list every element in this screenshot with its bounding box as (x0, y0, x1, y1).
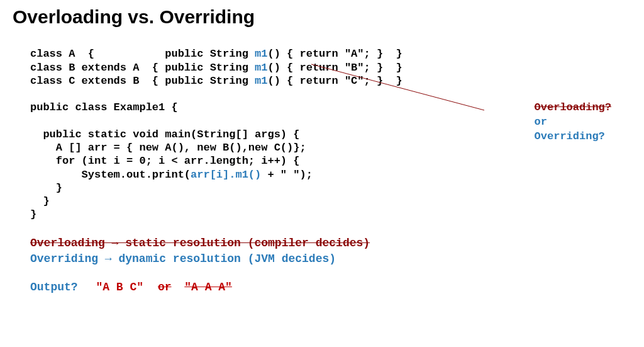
annotation-or: or (535, 115, 611, 130)
method-m1-a: m1 (255, 48, 267, 60)
method-m1-b: m1 (255, 62, 267, 74)
annotation-overloading-struck: Overloading? (535, 101, 611, 115)
code-line-10: } (30, 195, 50, 207)
resolution-overriding: Overriding → dynamic resolution (JVM dec… (30, 251, 631, 267)
resolution-explanation: Overloading → static resolution (compile… (30, 236, 631, 267)
method-call-expression: arr[i].m1() (191, 169, 261, 181)
code-line-1: class A { public String m1() { return "A… (30, 48, 402, 60)
output-or-struck: or (158, 281, 172, 293)
resolution-overloading-struck: Overloading → static resolution (compile… (30, 236, 631, 251)
code-line-5: public static void main(String[] args) { (30, 128, 299, 140)
code-line-2: class B extends A { public String m1() {… (30, 62, 402, 74)
output-label: Output? (30, 281, 78, 293)
annotation-overriding: Overriding? (535, 130, 611, 144)
code-line-9: } (30, 182, 62, 194)
code-line-8: System.out.print(arr[i].m1() + " "); (30, 169, 313, 181)
code-line-11: } (30, 208, 36, 220)
slide-title: Overloading vs. Overriding (13, 6, 631, 28)
output-answer-wrong-struck: "A A A" (184, 281, 232, 293)
method-m1-c: m1 (255, 75, 267, 87)
code-line-6: A [] arr = { new A(), new B(),new C()}; (30, 142, 306, 154)
output-question: Output? "A B C" or "A A A" (30, 281, 631, 293)
annotation-question: Overloading? or Overriding? (535, 101, 611, 144)
code-line-3: class C extends B { public String m1() {… (30, 75, 402, 87)
output-answer-correct: "A B C" (96, 281, 143, 293)
code-line-7: for (int i = 0; i < arr.length; i++) { (30, 155, 299, 167)
code-line-4: public class Example1 { (30, 101, 178, 113)
